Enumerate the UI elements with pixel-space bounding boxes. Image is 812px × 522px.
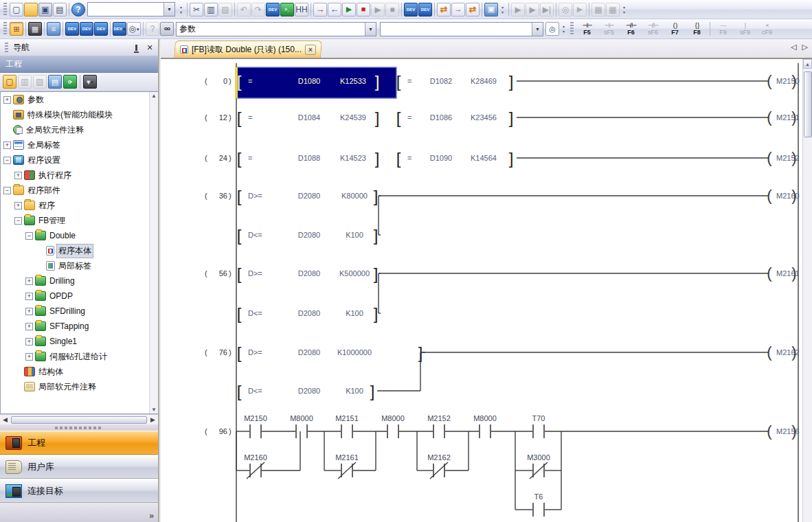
find-target-combo[interactable]: 参数▼: [176, 22, 376, 36]
expand-icon[interactable]: +: [25, 293, 33, 300]
expand-icon[interactable]: +: [14, 202, 22, 209]
chevron-down-icon[interactable]: ▼: [532, 23, 543, 36]
expand-icon[interactable]: +: [25, 353, 33, 361]
tree-item-special-module[interactable]: 特殊模块(智能功能模块: [1, 107, 158, 122]
expand-icon[interactable]: +: [14, 172, 22, 179]
device-registration-monitor-icon[interactable]: DEV: [418, 3, 432, 16]
tree-item-parameter[interactable]: +参数: [1, 92, 158, 107]
data-property-icon[interactable]: ▤: [48, 75, 62, 89]
transfer-setup-icon[interactable]: ⇄: [437, 3, 451, 16]
quick-access-combo[interactable]: ▼: [87, 2, 175, 16]
contact-M2150[interactable]: M2150: [244, 414, 267, 438]
tree-horizontal-scrollbar[interactable]: ◀ ▶: [0, 414, 158, 424]
tree-item-program-setting[interactable]: −程序设置: [1, 152, 158, 168]
tree-item-program-folder[interactable]: +程序: [1, 198, 158, 213]
monitor-start-icon[interactable]: ▶: [342, 3, 356, 16]
expand-icon[interactable]: +: [25, 338, 33, 345]
refresh-icon[interactable]: ⟳: [63, 75, 77, 89]
open-folder-icon[interactable]: [24, 3, 38, 16]
nav-button-connection-destination[interactable]: 连接目标: [0, 479, 158, 503]
scroll-right-icon[interactable]: ▶: [148, 416, 158, 423]
contact-M2160[interactable]: M2160: [244, 453, 267, 479]
find-icon[interactable]: oo: [160, 22, 174, 36]
ladder-symbol-f8-button[interactable]: { }F8: [686, 21, 708, 38]
ladder-rung-96[interactable]: (96)M2150M8000M2151M8000M2152M8000T70M21…: [205, 414, 800, 517]
find-value-combo[interactable]: ▼: [380, 22, 543, 36]
chevron-down-icon[interactable]: ▼: [365, 23, 376, 36]
collapse-icon[interactable]: −: [3, 187, 11, 194]
help-icon[interactable]: ?: [71, 3, 85, 16]
expand-icon[interactable]: +: [3, 96, 11, 104]
tab-close-icon[interactable]: ×: [305, 45, 316, 55]
toolbar-overflow-icon[interactable]: ▾▾: [560, 22, 567, 36]
toolbar-overflow-icon[interactable]: ▾▾: [499, 3, 506, 16]
tree-item-program-body[interactable]: 程序本体: [1, 243, 158, 258]
scroll-left-icon[interactable]: ◀: [0, 416, 10, 423]
tree-item-pou-folder[interactable]: −程序部件: [1, 183, 158, 198]
toolbar-overflow-icon[interactable]: ▾▾: [177, 3, 185, 16]
monitor-stop-icon[interactable]: ■: [357, 3, 370, 16]
device-batch-monitor-icon[interactable]: DEV: [404, 3, 418, 16]
contact-M2162[interactable]: M2162: [427, 453, 451, 479]
ladder-symbol-f6-button[interactable]: ⊣/⊢F6: [620, 21, 642, 38]
tree-item-execution-program[interactable]: +执行程序: [1, 168, 158, 183]
find-in-window-icon[interactable]: ◎: [545, 22, 559, 36]
contact-M2152[interactable]: M2152: [427, 414, 451, 438]
expand-icon[interactable]: +: [3, 141, 11, 149]
device-search-icon[interactable]: ◎▾: [127, 22, 141, 36]
tree-item-fb-manage-folder[interactable]: −FB管理: [1, 213, 158, 228]
contact-T6[interactable]: T6: [533, 492, 544, 517]
tree-item-local-label[interactable]: 局部标签: [1, 258, 158, 273]
scrollbar-thumb[interactable]: [804, 71, 812, 137]
ladder-editor[interactable]: (0)[=D1080K12533][=D1082K28469](M2150)(1…: [161, 58, 812, 522]
collapse-chevron-icon[interactable]: »: [149, 511, 154, 521]
write-verify-icon[interactable]: →: [451, 3, 465, 16]
collapse-icon[interactable]: −: [3, 157, 11, 164]
tree-item-global-device-comment[interactable]: 全局软元件注释: [1, 122, 158, 137]
contact-M8000[interactable]: M8000: [290, 414, 313, 438]
save-icon[interactable]: ▣: [38, 3, 52, 16]
tab-scroll-right-icon[interactable]: ▷: [802, 43, 808, 52]
ladder-rung-56[interactable]: (56)[D>=D2080K500000][D<=D2080K100](M216…: [205, 264, 800, 323]
toolbar-overflow-icon[interactable]: ▾▾: [620, 3, 628, 16]
device-memory-icon[interactable]: DEV: [80, 22, 93, 36]
scrollbar-thumb[interactable]: [11, 416, 147, 424]
project-tree[interactable]: +参数特殊模块(智能功能模块全局软元件注释+全局标签−程序设置+执行程序−程序部…: [0, 91, 158, 414]
sort-icon[interactable]: ▾▾: [83, 75, 97, 89]
task-list-icon[interactable]: ≡: [47, 22, 60, 36]
expand-icon[interactable]: +: [25, 308, 33, 315]
verify-icon[interactable]: HH: [295, 3, 308, 16]
remote-operation-icon[interactable]: ▣: [484, 3, 498, 16]
ladder-rung-12[interactable]: (12)[=D1084K24539][=D1086K23456](M2151): [205, 109, 800, 127]
expand-icon[interactable]: +: [25, 277, 33, 285]
contact-M8000[interactable]: M8000: [381, 414, 405, 438]
tree-item-fb-sftapping-folder[interactable]: +SFTapping: [1, 319, 158, 334]
tab-fb-double[interactable]: [FB]读取 Double (只读) (150... ×: [174, 41, 322, 58]
tree-item-fb-servo-drill-folder[interactable]: +伺服钻孔进给计: [1, 349, 158, 364]
nav-button-project[interactable]: 工程: [0, 431, 158, 455]
transfer-setup2-icon[interactable]: ⇄: [466, 3, 480, 16]
copy-icon[interactable]: ▥: [204, 3, 218, 16]
expand-icon[interactable]: +: [25, 323, 33, 330]
contact-M2161[interactable]: M2161: [335, 453, 359, 479]
print-icon[interactable]: ▤: [53, 3, 67, 16]
ladder-rung-0[interactable]: (0)[=D1080K12533][=D1082K28469](M2150): [205, 67, 800, 98]
ladder-rung-24[interactable]: (24)[=D1088K14523][=D1090K14564](M2152): [205, 149, 800, 168]
device-comment-icon[interactable]: DEV: [65, 22, 79, 36]
tree-vertical-scrollbar[interactable]: ▲ ▼: [149, 92, 158, 413]
collapse-icon[interactable]: −: [14, 217, 22, 225]
tab-scroll-left-icon[interactable]: ◁: [791, 43, 796, 52]
cut-icon[interactable]: ✂: [190, 3, 203, 16]
tree-item-fb-opdp-folder[interactable]: +OPDP: [1, 288, 158, 304]
communication-test-icon[interactable]: >_: [280, 3, 294, 16]
panel-splitter[interactable]: [0, 424, 158, 431]
contact-M3000[interactable]: M3000: [527, 453, 550, 479]
ladder-canvas[interactable]: (0)[=D1080K12533][=D1082K28469](M2150)(1…: [161, 59, 802, 522]
tree-item-global-label[interactable]: +全局标签: [1, 137, 158, 152]
device-find-icon[interactable]: DEV: [266, 3, 280, 16]
navigation-window-toggle-icon[interactable]: ⊞: [10, 22, 23, 36]
contact-M2151[interactable]: M2151: [335, 414, 359, 438]
tree-item-fb-double-folder[interactable]: −Double: [1, 228, 158, 243]
chevron-down-icon[interactable]: ▼: [163, 3, 174, 16]
tree-item-fb-drilling-folder[interactable]: +Drilling: [1, 273, 158, 288]
